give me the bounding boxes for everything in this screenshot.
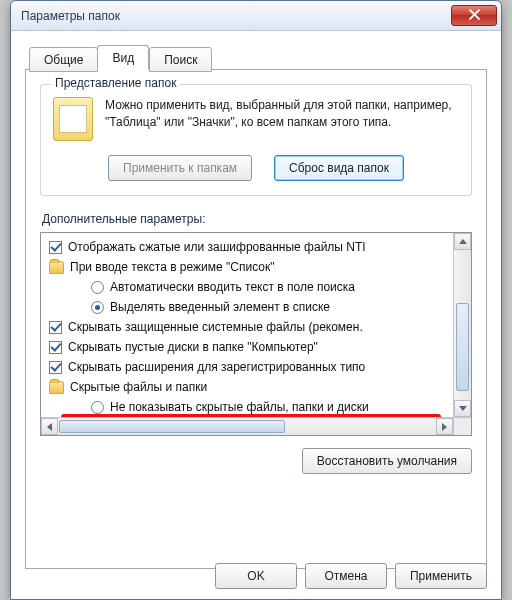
scroll-track[interactable]	[59, 418, 435, 435]
list-item-label: Выделять введенный элемент в списке	[110, 300, 330, 314]
button-label: Применить	[410, 569, 472, 583]
list-item-label: Скрывать защищенные системные файлы (рек…	[68, 320, 363, 334]
advanced-label: Дополнительные параметры:	[42, 212, 472, 226]
checkbox[interactable]	[49, 241, 62, 254]
scroll-thumb[interactable]	[456, 303, 469, 391]
apply-to-folders-button[interactable]: Применить к папкам	[108, 155, 252, 181]
tab-label: Поиск	[164, 53, 197, 67]
list-item-label: Не показывать скрытые файлы, папки и дис…	[110, 400, 369, 414]
vertical-scrollbar[interactable]	[453, 233, 471, 417]
tab-general[interactable]: Общие	[29, 47, 98, 72]
list-item[interactable]: Скрывать защищенные системные файлы (рек…	[47, 317, 453, 337]
list-item[interactable]: Скрывать пустые диски в папке "Компьютер…	[47, 337, 453, 357]
list-item-label: Автоматически вводить текст в поле поиск…	[110, 280, 355, 294]
list-item[interactable]: Не показывать скрытые файлы, папки и дис…	[47, 397, 453, 417]
list-item[interactable]: При вводе текста в режиме "Список"	[47, 257, 453, 277]
list-item-label: Отображать сжатые или зашифрованные файл…	[68, 240, 366, 254]
titlebar[interactable]: Параметры папок	[11, 1, 501, 31]
restore-defaults-button[interactable]: Восстановить умолчания	[302, 448, 472, 474]
dialog-buttons: OK Отмена Применить	[215, 563, 487, 589]
tab-label: Общие	[44, 53, 83, 67]
scroll-up-button[interactable]	[454, 233, 471, 250]
button-label: Применить к папкам	[123, 161, 237, 175]
group-label: Представление папок	[51, 76, 180, 90]
button-label: OK	[247, 569, 264, 583]
window-content: Общие Вид Поиск Представление папок Можн…	[11, 31, 501, 581]
chevron-left-icon	[47, 423, 52, 431]
folder-views-group: Представление папок Можно применить вид,…	[40, 84, 472, 196]
close-icon	[469, 9, 480, 23]
checkbox[interactable]	[49, 341, 62, 354]
scroll-track[interactable]	[454, 251, 471, 399]
button-label: Восстановить умолчания	[317, 454, 457, 468]
folder-options-window: Параметры папок Общие Вид Поиск Представ…	[10, 0, 502, 600]
radio[interactable]	[91, 401, 104, 414]
checkbox[interactable]	[49, 321, 62, 334]
list-item[interactable]: Автоматически вводить текст в поле поиск…	[47, 277, 453, 297]
list-item[interactable]: Отображать сжатые или зашифрованные файл…	[47, 237, 453, 257]
radio[interactable]	[91, 301, 104, 314]
tabpage-view: Представление папок Можно применить вид,…	[25, 69, 487, 569]
list-item[interactable]: Скрывать расширения для зарегистрированн…	[47, 357, 453, 377]
folder-icon	[49, 261, 64, 274]
list-item-label: Скрывать расширения для зарегистрированн…	[68, 360, 365, 374]
list-item[interactable]: Скрытые файлы и папки	[47, 377, 453, 397]
tab-search[interactable]: Поиск	[149, 47, 212, 72]
button-label: Сброс вида папок	[289, 161, 389, 175]
horizontal-scrollbar[interactable]	[41, 417, 453, 435]
checkbox[interactable]	[49, 361, 62, 374]
chevron-up-icon	[459, 239, 467, 244]
list-item-label: Скрытые файлы и папки	[70, 380, 207, 394]
scroll-right-button[interactable]	[436, 418, 453, 435]
button-label: Отмена	[324, 569, 367, 583]
list-item-label: При вводе текста в режиме "Список"	[70, 260, 275, 274]
close-button[interactable]	[451, 5, 497, 26]
apply-button[interactable]: Применить	[395, 563, 487, 589]
list-viewport: Отображать сжатые или зашифрованные файл…	[41, 233, 453, 417]
scroll-left-button[interactable]	[41, 418, 58, 435]
scroll-thumb[interactable]	[59, 420, 285, 433]
tab-view[interactable]: Вид	[97, 45, 149, 70]
tab-label: Вид	[112, 51, 134, 65]
list-item[interactable]: Выделять введенный элемент в списке	[47, 297, 453, 317]
advanced-settings-list: Отображать сжатые или зашифрованные файл…	[40, 232, 472, 436]
scroll-down-button[interactable]	[454, 400, 471, 417]
radio[interactable]	[91, 281, 104, 294]
tabstrip: Общие Вид Поиск	[25, 45, 487, 70]
chevron-down-icon	[459, 406, 467, 411]
group-description: Можно применить вид, выбранный для этой …	[105, 97, 459, 141]
window-title: Параметры папок	[21, 9, 451, 23]
folder-icon	[49, 381, 64, 394]
list-item-label: Скрывать пустые диски в папке "Компьютер…	[68, 340, 318, 354]
chevron-right-icon	[442, 423, 447, 431]
ok-button[interactable]: OK	[215, 563, 297, 589]
folder-options-icon	[53, 97, 93, 141]
cancel-button[interactable]: Отмена	[305, 563, 387, 589]
reset-folders-button[interactable]: Сброс вида папок	[274, 155, 404, 181]
scrollbar-corner	[453, 417, 471, 435]
